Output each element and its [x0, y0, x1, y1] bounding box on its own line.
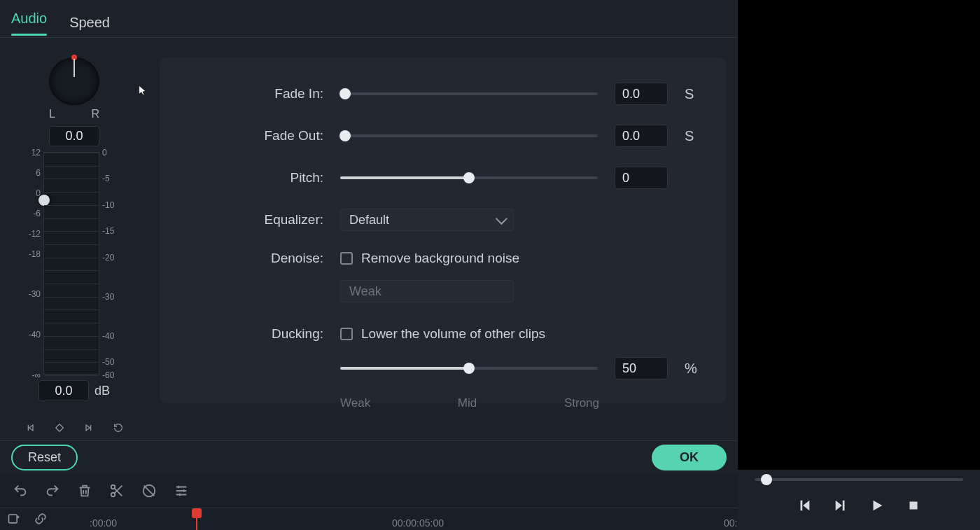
denoise-checkbox[interactable]	[340, 252, 353, 265]
playhead[interactable]	[196, 508, 197, 530]
timeline[interactable]: :00:00 00:00:05:00 00:00:10:00	[0, 508, 738, 530]
svg-rect-4	[910, 502, 918, 510]
undo-icon[interactable]	[13, 483, 28, 498]
volume-meter[interactable]	[43, 152, 99, 375]
next-keyframe-button[interactable]	[82, 421, 96, 435]
denoise-label: Denoise:	[190, 251, 323, 266]
tab-bar: Audio Speed	[0, 0, 738, 38]
ok-button[interactable]: OK	[652, 445, 727, 470]
fade-out-unit: S	[685, 128, 696, 144]
unlink-icon[interactable]	[34, 512, 48, 526]
step-forward-icon[interactable]	[833, 498, 848, 513]
chevron-down-icon	[496, 213, 507, 225]
ducking-slider[interactable]	[340, 367, 598, 370]
pitch-input[interactable]: 0	[615, 167, 668, 189]
audio-meter-group: L R 0.0 1260-6-12-18-30-40-∞ 0-5-10-15-2…	[11, 57, 137, 435]
stop-icon[interactable]	[906, 498, 921, 513]
equalizer-selected: Default	[349, 213, 389, 228]
adjust-icon[interactable]	[174, 483, 189, 498]
preview-controls	[738, 470, 980, 530]
denoise-intensity-display: Weak	[340, 280, 514, 302]
toolbar	[0, 474, 738, 508]
preview-progress-thumb[interactable]	[761, 474, 772, 485]
db-value-input[interactable]: 0.0	[38, 380, 89, 401]
add-keyframe-button[interactable]	[52, 421, 66, 435]
balance-knob[interactable]	[49, 57, 99, 105]
balance-value-input[interactable]: 0.0	[49, 126, 99, 146]
panel-footer: Reset OK	[0, 440, 738, 474]
volume-handle[interactable]	[38, 195, 50, 206]
ducking-scale-strong: Strong	[564, 396, 599, 410]
fade-out-slider[interactable]	[340, 134, 598, 137]
redo-icon[interactable]	[45, 483, 60, 498]
ducking-unit: %	[685, 361, 696, 377]
ducking-checkbox-label: Lower the volume of other clips	[361, 326, 545, 342]
ducking-scale-mid: Mid	[458, 396, 477, 410]
ducking-label: Ducking:	[190, 326, 323, 342]
audio-settings-panel: Fade In: 0.0 S Fade Out: 0.0 S	[160, 57, 727, 403]
reset-button[interactable]: Reset	[11, 445, 78, 470]
fade-in-unit: S	[685, 86, 696, 102]
meter-scale-right: 0-5-10-15-20-30-40-50-60	[99, 152, 123, 375]
svg-point-1	[111, 493, 115, 497]
equalizer-label: Equalizer:	[190, 212, 323, 228]
ducking-input[interactable]: 50	[615, 357, 668, 379]
fade-in-label: Fade In:	[190, 86, 323, 102]
prev-keyframe-button[interactable]	[23, 421, 37, 435]
pitch-label: Pitch:	[190, 170, 323, 186]
crop-icon[interactable]	[141, 483, 157, 498]
ducking-scale-weak: Weak	[340, 396, 370, 410]
add-media-icon[interactable]	[7, 512, 21, 526]
svg-rect-3	[9, 515, 18, 523]
play-icon[interactable]	[869, 498, 885, 513]
preview-progress[interactable]	[755, 478, 963, 481]
step-back-icon[interactable]	[797, 498, 812, 513]
pitch-slider[interactable]	[340, 176, 598, 179]
fade-in-input[interactable]: 0.0	[615, 83, 668, 105]
balance-label-right: R	[91, 108, 99, 120]
balance-indicator-line	[74, 59, 75, 77]
tab-speed[interactable]: Speed	[69, 11, 110, 35]
db-unit-label: dB	[94, 384, 110, 398]
preview-viewport	[738, 0, 980, 470]
denoise-checkbox-label: Remove background noise	[361, 251, 519, 266]
fade-in-slider[interactable]	[340, 92, 598, 95]
timeline-time-3: 00:00:10:00	[724, 517, 738, 529]
svg-point-0	[111, 485, 115, 489]
equalizer-select[interactable]: Default	[340, 209, 514, 231]
timeline-time-1: :00:00	[90, 517, 117, 529]
tab-audio[interactable]: Audio	[11, 6, 47, 40]
split-icon[interactable]	[109, 483, 125, 498]
cursor-icon	[137, 83, 148, 98]
ducking-checkbox[interactable]	[340, 328, 353, 340]
delete-icon[interactable]	[77, 483, 92, 498]
reset-keyframes-button[interactable]	[111, 421, 125, 435]
fade-out-label: Fade Out:	[190, 128, 323, 144]
timeline-time-2: 00:00:05:00	[392, 517, 444, 529]
meter-scale-left: 1260-6-12-18-30-40-∞	[25, 152, 43, 375]
fade-out-input[interactable]: 0.0	[615, 125, 668, 147]
balance-label-left: L	[49, 108, 55, 120]
